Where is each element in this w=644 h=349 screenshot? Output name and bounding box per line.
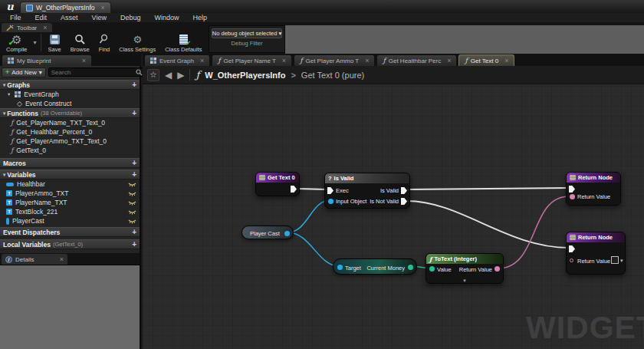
close-icon[interactable]: × bbox=[82, 58, 86, 64]
section-graphs[interactable]: ▾ Graphs + bbox=[0, 80, 140, 90]
bookmark-button[interactable]: ☆ bbox=[147, 69, 159, 81]
tree-item-variable[interactable]: PlayerCast bbox=[0, 216, 140, 226]
tree-item-eventgraph[interactable]: ▾ EventGraph bbox=[0, 90, 140, 99]
toolbar-buttons: ⚙✔ Compile ▾ Save Browse Find ⚙ Class Se… bbox=[2, 32, 238, 53]
visibility-toggle[interactable] bbox=[128, 191, 136, 196]
breadcrumb-root[interactable]: W_OtherPlayersInfo bbox=[205, 71, 285, 80]
exec-input-pin[interactable] bbox=[327, 187, 334, 194]
tab-get-player-ammo[interactable]: ƒ Get Player Ammo T × bbox=[294, 54, 375, 66]
close-icon[interactable]: × bbox=[101, 5, 105, 12]
tree-item-function[interactable]: ƒ GetText_0 bbox=[0, 146, 140, 155]
visibility-toggle[interactable] bbox=[128, 209, 136, 215]
tree-item-variable[interactable]: T PlayerAmmo_TXT bbox=[0, 189, 140, 198]
add-new-button[interactable]: + Add New ▾ bbox=[2, 67, 46, 77]
close-icon[interactable]: × bbox=[504, 58, 508, 64]
tree-item-function[interactable]: ƒ Get_Healthbar_Percent_0 bbox=[0, 127, 140, 137]
add-event-dispatcher-button[interactable]: + bbox=[132, 229, 136, 236]
menu-file[interactable]: File bbox=[3, 14, 28, 21]
tab-get-player-name[interactable]: ƒ Get Player Name T × bbox=[212, 54, 292, 66]
save-button[interactable]: Save bbox=[44, 32, 66, 53]
add-graph-button[interactable]: + bbox=[132, 81, 136, 89]
node-get-text-0[interactable]: Get Text 0 bbox=[255, 172, 300, 196]
class-settings-button[interactable]: ⚙ Class Settings bbox=[114, 32, 160, 53]
return-value-pin-unconnected[interactable] bbox=[570, 258, 573, 262]
node-is-valid[interactable]: ? Is Valid Exec Is Valid Input Object Is… bbox=[324, 173, 410, 209]
menu-edit[interactable]: Edit bbox=[28, 14, 54, 21]
close-icon[interactable]: × bbox=[43, 25, 47, 31]
tab-event-graph[interactable]: Event Graph × bbox=[144, 54, 210, 66]
visibility-toggle[interactable] bbox=[128, 219, 136, 224]
node-return-1[interactable]: Return Node Return Value bbox=[566, 172, 621, 206]
object-wire-target bbox=[288, 232, 339, 266]
class-defaults-button[interactable]: ✔ Class Defaults bbox=[160, 32, 206, 53]
section-local-variables[interactable]: Local Variables (GetText_0) + bbox=[0, 239, 140, 249]
object-output-pin[interactable] bbox=[284, 231, 290, 236]
tree-item-variable[interactable]: Healthbar bbox=[0, 179, 140, 189]
section-macros[interactable]: Macros + bbox=[0, 158, 140, 168]
menu-window[interactable]: Window bbox=[147, 14, 186, 21]
tree-item-variable[interactable]: T TextBlock_221 bbox=[0, 207, 140, 216]
menu-help[interactable]: Help bbox=[186, 14, 214, 21]
section-event-dispatchers[interactable]: Event Dispatchers + bbox=[0, 227, 140, 237]
text-output-pin[interactable] bbox=[495, 266, 500, 272]
visibility-toggle[interactable] bbox=[128, 200, 136, 206]
tree-item-event-construct[interactable]: ◇ Event Construct bbox=[0, 99, 140, 108]
add-macro-button[interactable]: + bbox=[132, 160, 136, 167]
close-icon[interactable]: × bbox=[447, 58, 451, 64]
value-input-pin[interactable] bbox=[429, 266, 435, 272]
object-input-pin[interactable] bbox=[328, 199, 334, 204]
compile-options-caret[interactable]: ▾ bbox=[32, 32, 38, 53]
eye-closed-icon bbox=[128, 219, 136, 224]
exec-output-pin-is-valid[interactable] bbox=[401, 187, 407, 194]
forward-button[interactable]: ▶ bbox=[177, 71, 184, 80]
tab-get-text-0[interactable]: ƒ Get Text 0 × bbox=[458, 54, 514, 66]
tab-my-blueprint[interactable]: My Blueprint × bbox=[2, 54, 92, 66]
menu-asset[interactable]: Asset bbox=[54, 14, 85, 21]
debug-object-dropdown[interactable]: No debug object selected ▾ bbox=[212, 28, 282, 38]
textblock-variable-icon: T bbox=[6, 199, 12, 206]
browse-button[interactable]: Browse bbox=[66, 32, 94, 53]
blueprint-graph-canvas[interactable]: ☆ ◀ ▶ ƒ W_OtherPlayersInfo > Get Text 0 … bbox=[143, 66, 644, 349]
back-button[interactable]: ◀ bbox=[165, 71, 172, 80]
return-node-icon bbox=[570, 175, 576, 180]
toolbar-tab[interactable]: Toolbar × bbox=[2, 23, 52, 32]
return-value-pin[interactable] bbox=[570, 194, 575, 199]
add-variable-button[interactable]: + bbox=[132, 171, 136, 179]
menu-debug[interactable]: Debug bbox=[113, 14, 148, 21]
tab-get-healthbar[interactable]: ƒ Get Healthbar Perc × bbox=[376, 54, 457, 66]
exec-input-pin[interactable] bbox=[569, 245, 575, 252]
close-icon[interactable]: × bbox=[60, 256, 64, 263]
section-functions[interactable]: ▾ Functions (38 Overridable) + bbox=[0, 108, 140, 118]
exec-input-pin[interactable] bbox=[569, 186, 575, 193]
tab-details[interactable]: i Details × bbox=[2, 254, 67, 265]
node-return-2[interactable]: Return Node Return Value ▾ bbox=[566, 232, 626, 275]
add-function-button[interactable]: + bbox=[132, 110, 136, 117]
breadcrumb-current[interactable]: Get Text 0 (pure) bbox=[301, 71, 364, 80]
menu-view[interactable]: View bbox=[85, 14, 113, 21]
node-to-text-integer[interactable]: ƒ ToText (integer) Value Return Value ▼ bbox=[426, 253, 504, 284]
node-player-cast[interactable]: Player Cast bbox=[242, 226, 294, 239]
my-blueprint-panel: + Add New ▾ ▾ ▾ Graphs + ▾ EventGraph ◇ bbox=[0, 66, 141, 349]
collapse-icon[interactable]: ▼ bbox=[462, 278, 467, 283]
graph-icon bbox=[150, 58, 156, 64]
close-icon[interactable]: × bbox=[365, 58, 369, 64]
target-input-pin[interactable] bbox=[337, 265, 343, 270]
asset-window-tab[interactable]: W_OtherPlayersInfo × bbox=[20, 2, 111, 13]
close-icon[interactable]: × bbox=[282, 58, 286, 64]
exec-output-pin[interactable] bbox=[291, 186, 297, 193]
tree-item-variable[interactable]: T PlayerName_TXT bbox=[0, 198, 140, 207]
find-button[interactable]: Find bbox=[94, 32, 115, 53]
node-current-money[interactable]: Target Current Money bbox=[333, 258, 417, 275]
chevron-down-icon[interactable]: ▾ bbox=[620, 258, 623, 264]
return-value-input-box[interactable] bbox=[611, 256, 619, 264]
tree-item-function[interactable]: ƒ Get_PlayerAmmo_TXT_Text_0 bbox=[0, 137, 140, 146]
exec-output-pin-is-not-valid[interactable] bbox=[401, 198, 407, 205]
visibility-toggle[interactable] bbox=[128, 182, 136, 187]
close-icon[interactable]: × bbox=[200, 58, 204, 64]
section-variables[interactable]: ▾ Variables + bbox=[0, 170, 140, 179]
integer-output-pin[interactable] bbox=[408, 265, 413, 270]
compile-button[interactable]: ⚙✔ Compile bbox=[2, 32, 32, 53]
search-input[interactable] bbox=[51, 69, 136, 76]
add-local-variable-button[interactable]: + bbox=[132, 241, 136, 249]
tree-item-function[interactable]: ƒ Get_PlayerName_TXT_Text_0 bbox=[0, 118, 140, 127]
